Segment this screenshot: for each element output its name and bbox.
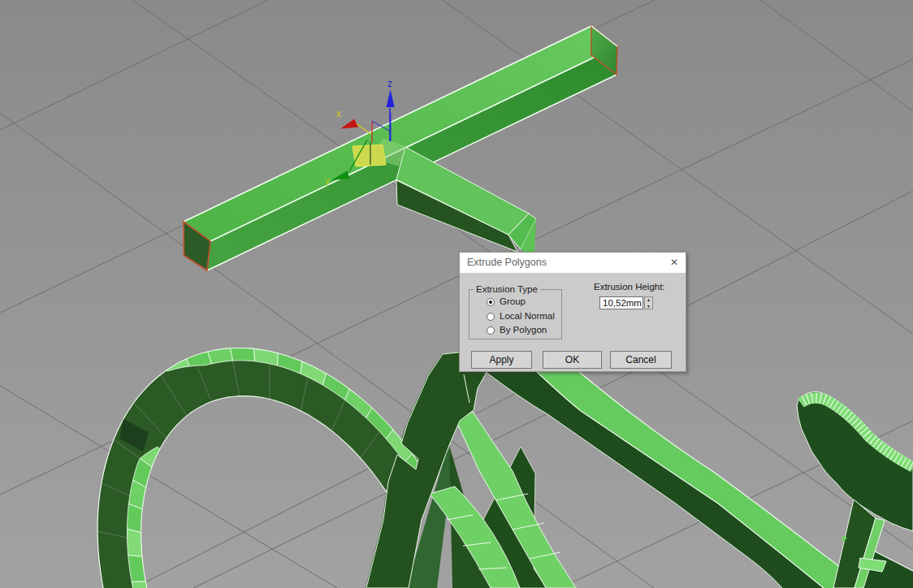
svg-text:z: z	[387, 78, 392, 89]
svg-text:x: x	[336, 108, 341, 119]
svg-text:y: y	[325, 175, 330, 186]
